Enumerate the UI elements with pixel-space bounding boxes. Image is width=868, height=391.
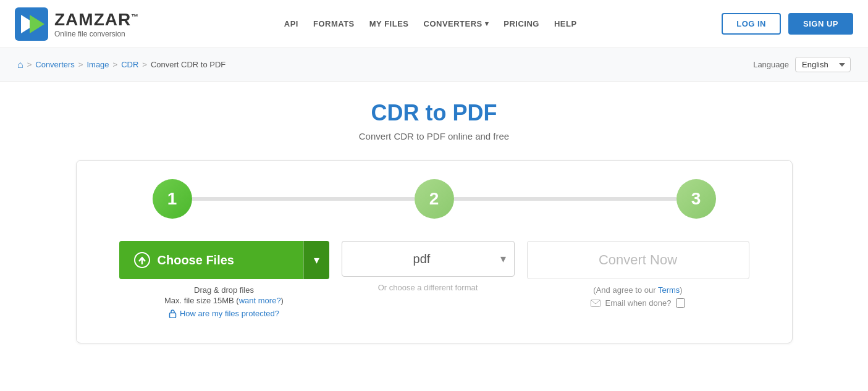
want-more-link[interactable]: want more? — [239, 296, 281, 305]
drag-drop-text: Drag & drop files — [194, 285, 254, 295]
converter-box: 1 2 3 — [76, 160, 793, 343]
format-hint: Or choose a different format — [378, 283, 478, 292]
email-when-done-checkbox[interactable] — [676, 298, 685, 308]
nav-converters[interactable]: CONVERTERS ▾ — [424, 19, 489, 28]
protected-link[interactable]: How are my files protected? — [169, 309, 279, 318]
steps-row: 1 2 3 — [101, 179, 767, 219]
choose-files-dropdown-button[interactable]: ▾ — [303, 241, 329, 279]
nav-my-files[interactable]: MY FILES — [369, 19, 409, 28]
breadcrumb-sep-1: > — [27, 60, 32, 69]
nav-formats[interactable]: FORMATS — [313, 19, 355, 28]
login-button[interactable]: LOG IN — [722, 13, 781, 35]
nav-actions: LOG IN SIGN UP — [722, 13, 853, 35]
signup-button[interactable]: SIGN UP — [788, 13, 853, 35]
logo-sub: Online file conversion — [54, 30, 139, 38]
main-nav: API FORMATS MY FILES CONVERTERS ▾ PRICIN… — [284, 19, 577, 28]
main-content: CDR to PDF Convert CDR to PDF online and… — [0, 82, 868, 362]
language-label: Language — [753, 60, 789, 69]
language-area: Language English Français Español Deutsc… — [753, 57, 851, 72]
convert-col: Convert Now (And agree to our Terms) Ema… — [527, 241, 749, 308]
step-3: 3 — [676, 179, 716, 219]
logo-text: ZAMZAR™ Online file conversion — [54, 10, 139, 38]
page-title: CDR to PDF — [15, 100, 853, 126]
page-subtitle: Convert CDR to PDF online and free — [15, 131, 853, 141]
breadcrumb-bar: ⌂ > Converters > Image > CDR > Convert C… — [0, 48, 868, 82]
lock-icon — [169, 309, 177, 318]
step-1: 1 — [153, 179, 192, 219]
email-row: Email when done? — [591, 298, 686, 308]
choose-files-col: Choose Files ▾ Drag & drop files Max. fi… — [119, 241, 329, 318]
terms-link[interactable]: Terms — [658, 285, 680, 295]
terms-text: (And agree to our Terms) — [593, 285, 682, 295]
breadcrumb: ⌂ > Converters > Image > CDR > Convert C… — [17, 59, 225, 70]
choose-files-button[interactable]: Choose Files — [119, 241, 303, 279]
header: ZAMZAR™ Online file conversion API FORMA… — [0, 0, 868, 48]
upload-icon — [134, 252, 150, 268]
logo-icon — [15, 7, 48, 41]
logo-area: ZAMZAR™ Online file conversion — [15, 7, 139, 41]
email-when-done-label: Email when done? — [605, 298, 672, 308]
step-2: 2 — [415, 179, 454, 219]
controls-row: Choose Files ▾ Drag & drop files Max. fi… — [101, 241, 767, 318]
breadcrumb-image[interactable]: Image — [86, 60, 109, 69]
breadcrumb-sep-2: > — [78, 60, 83, 69]
language-select[interactable]: English Français Español Deutsch — [795, 57, 851, 72]
choose-files-group: Choose Files ▾ — [119, 241, 329, 279]
email-icon — [591, 300, 600, 307]
format-col: pdf png jpg svg tiff ▾ Or choose a diffe… — [342, 241, 515, 292]
nav-pricing[interactable]: PRICING — [504, 19, 539, 28]
breadcrumb-sep-4: > — [142, 60, 147, 69]
breadcrumb-sep-3: > — [113, 60, 118, 69]
file-size-text: Max. file size 15MB (want more?) — [164, 296, 284, 305]
convert-now-button[interactable]: Convert Now — [527, 241, 749, 279]
home-icon[interactable]: ⌂ — [17, 59, 23, 70]
breadcrumb-current: Convert CDR to PDF — [151, 60, 225, 69]
nav-api[interactable]: API — [284, 19, 298, 28]
nav-help[interactable]: HELP — [554, 19, 577, 28]
format-select[interactable]: pdf png jpg svg tiff — [342, 241, 515, 277]
breadcrumb-cdr[interactable]: CDR — [121, 60, 138, 69]
logo-name: ZAMZAR™ — [54, 10, 139, 30]
step-line-2 — [454, 197, 676, 201]
format-select-wrapper: pdf png jpg svg tiff ▾ — [342, 241, 515, 277]
step-line-1 — [192, 197, 415, 201]
svg-rect-5 — [169, 313, 175, 318]
breadcrumb-converters[interactable]: Converters — [35, 60, 75, 69]
